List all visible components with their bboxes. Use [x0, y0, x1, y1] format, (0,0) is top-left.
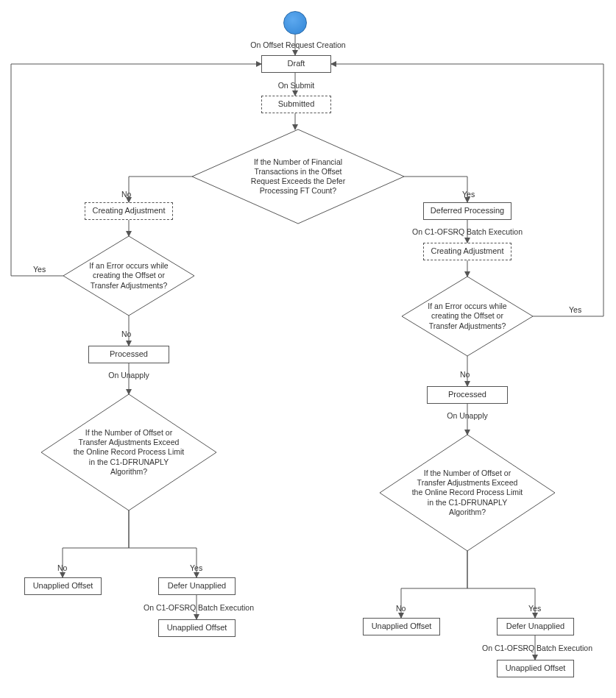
unapplied-left-no-label: Unapplied Offset	[33, 581, 93, 591]
d1-no: No	[121, 190, 131, 199]
processed-right: Processed	[427, 386, 508, 404]
on-offset-creation-label: On Offset Request Creation	[243, 40, 353, 49]
unapplied-right-yes: Unapplied Offset	[497, 660, 574, 677]
on-unapply-right: On Unapply	[445, 411, 489, 420]
batch-right2: On C1-OFSRQ Batch Execution	[482, 644, 592, 652]
defer-unapplied-left-label: Defer Unapplied	[168, 581, 227, 591]
draft-label: Draft	[288, 59, 305, 69]
processed-left-label: Processed	[110, 349, 148, 360]
decision-unapply-left: If the Number of Offset or Transfer Adju…	[40, 393, 217, 511]
submitted-label: Submitted	[278, 99, 315, 110]
submitted-state: Submitted	[261, 96, 331, 113]
decision-unapply-left-text: If the Number of Offset or Transfer Adju…	[40, 393, 217, 511]
unapplied-right-yes-label: Unapplied Offset	[506, 663, 566, 674]
creating-adj-left-label: Creating Adjustment	[92, 206, 165, 216]
unapplied-left-yes: Unapplied Offset	[158, 619, 236, 637]
decision-error-left: If an Error occurs while creating the Of…	[63, 235, 195, 316]
processed-right-label: Processed	[448, 390, 486, 400]
decision-ft-count: If the Number of Financial Transactions …	[191, 129, 405, 224]
creating-adj-right-label: Creating Adjustment	[431, 246, 503, 257]
d4-yes: Yes	[569, 305, 581, 314]
batch-right1: On C1-OFSRQ Batch Execution	[412, 227, 523, 236]
d1-yes: Yes	[462, 190, 475, 199]
on-submit-label: On Submit	[272, 81, 320, 90]
decision-unapply-right-text: If the Number of Offset or Transfer Adju…	[379, 434, 556, 552]
deferred-processing-label: Deferred Processing	[431, 206, 504, 216]
defer-unapplied-right-label: Defer Unapplied	[506, 622, 565, 632]
decision-error-right: If an Error occurs while creating the Of…	[401, 276, 534, 357]
defer-unapplied-left: Defer Unapplied	[158, 577, 236, 595]
on-unapply-left: On Unapply	[107, 371, 151, 380]
decision-error-right-text: If an Error occurs while creating the Of…	[401, 276, 534, 357]
unapplied-left-yes-label: Unapplied Offset	[167, 623, 227, 633]
d5-yes: Yes	[528, 604, 541, 613]
unapplied-right-no-label: Unapplied Offset	[372, 622, 432, 632]
defer-unapplied-right: Defer Unapplied	[497, 618, 574, 635]
deferred-processing: Deferred Processing	[423, 202, 511, 220]
batch-left2: On C1-OFSRQ Batch Execution	[144, 603, 254, 612]
d2-yes: Yes	[33, 265, 46, 274]
d5-no: No	[396, 604, 406, 613]
draft-state: Draft	[261, 55, 331, 73]
d4-no: No	[460, 370, 470, 379]
creating-adjustment-left: Creating Adjustment	[85, 202, 173, 220]
d2-no: No	[121, 330, 131, 338]
d3-yes: Yes	[190, 563, 202, 572]
decision-error-left-text: If an Error occurs while creating the Of…	[63, 235, 195, 316]
d3-no: No	[57, 563, 67, 572]
decision-ft-count-text: If the Number of Financial Transactions …	[191, 129, 405, 224]
start-node	[283, 11, 307, 35]
processed-left: Processed	[88, 346, 169, 363]
unapplied-right-no: Unapplied Offset	[363, 618, 440, 635]
decision-unapply-right: If the Number of Offset or Transfer Adju…	[379, 434, 556, 552]
unapplied-left-no: Unapplied Offset	[24, 577, 102, 595]
creating-adjustment-right: Creating Adjustment	[423, 243, 511, 260]
